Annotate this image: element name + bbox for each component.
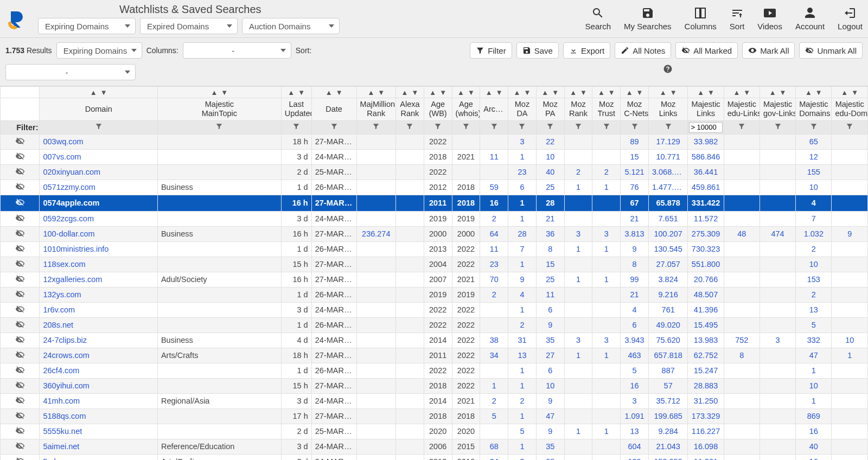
hide-row-icon[interactable]: [15, 365, 25, 375]
domain-link[interactable]: 360yihui.com: [43, 381, 89, 390]
table-row[interactable]: 118sex.com15 h27-MAR-232004202223115827.…: [1, 257, 868, 272]
hide-row-icon[interactable]: [15, 456, 25, 460]
filter-input-majlinks[interactable]: [689, 122, 722, 133]
table-row[interactable]: 132ys.com1 d26-MAR-23201920192411219.216…: [1, 287, 868, 302]
filter-majedudom-icon[interactable]: [846, 123, 853, 130]
table-row[interactable]: 0592zcgs.com3 d24-MAR-23201920192121217.…: [1, 211, 868, 226]
table-row[interactable]: 007vs.com3 d24-MAR-2320182021111101510.7…: [1, 149, 868, 164]
domain-link[interactable]: 007vs.com: [43, 152, 81, 161]
table-row[interactable]: 12xgalleries.comAdult/Society16 h27-MAR-…: [1, 272, 868, 287]
columns-select[interactable]: -: [183, 42, 291, 59]
sort-topic[interactable]: ▲▼: [210, 89, 228, 96]
sort-mozcnets[interactable]: ▲▼: [626, 89, 643, 96]
domain-link[interactable]: 5188qs.com: [43, 412, 86, 420]
table-row[interactable]: 1010ministries.info1 d26-MAR-23201320221…: [1, 241, 868, 257]
filter-mozrank-icon[interactable]: [575, 123, 582, 130]
sort-updated[interactable]: ▲▼: [288, 89, 305, 96]
domain-link[interactable]: 26cf4.com: [43, 366, 79, 375]
hide-row-icon[interactable]: [15, 167, 25, 176]
sort-domain[interactable]: ▲▼: [90, 89, 107, 96]
sort-alexa[interactable]: ▲▼: [401, 89, 419, 96]
sort-agewho[interactable]: ▲▼: [457, 89, 475, 96]
sort-majedudom[interactable]: ▲▼: [841, 89, 858, 96]
table-row[interactable]: 0571zzmy.comBusiness1 d26-MAR-2320122018…: [1, 180, 868, 195]
markall-button[interactable]: Mark All: [742, 42, 795, 59]
save-button[interactable]: Save: [516, 42, 559, 59]
table-row[interactable]: 0574apple.com16 h27-MAR-2320112018161286…: [1, 195, 868, 211]
hide-row-icon[interactable]: [15, 335, 25, 344]
filter-domain-icon[interactable]: [95, 123, 103, 130]
videos-button[interactable]: Videos: [757, 7, 782, 31]
table-row[interactable]: 020xinyuan.com2 d25-MAR-2320222340225.12…: [1, 164, 868, 180]
hide-row-icon[interactable]: [15, 304, 25, 314]
domain-link[interactable]: 003wq.com: [43, 137, 83, 146]
table-row[interactable]: 208s.net1 d26-MAR-232022202229649.02015.…: [1, 317, 868, 333]
help-icon[interactable]: [663, 64, 673, 80]
filter-updated-icon[interactable]: [292, 123, 300, 130]
filter-date-icon[interactable]: [330, 123, 338, 130]
filter-mmr-icon[interactable]: [372, 123, 380, 130]
table-row[interactable]: 1r6v.com3 d24-MAR-232022202216476141.396…: [1, 302, 868, 317]
sort-mozlinks[interactable]: ▲▼: [660, 89, 677, 96]
hide-row-icon[interactable]: [15, 411, 25, 420]
filter-archive-icon[interactable]: [490, 123, 498, 130]
search-button[interactable]: Search: [585, 7, 611, 31]
domain-link[interactable]: 118sex.com: [43, 260, 85, 269]
domain-link[interactable]: 24crows.com: [43, 351, 89, 360]
domain-link[interactable]: 24-7clips.biz: [43, 336, 87, 344]
sort-majgov[interactable]: ▲▼: [769, 89, 787, 96]
domain-link[interactable]: 41mh.com: [43, 397, 80, 405]
filter-topic-icon[interactable]: [215, 123, 223, 130]
domain-link[interactable]: 1010ministries.info: [43, 245, 108, 253]
table-row[interactable]: 24crows.comArts/Crafts18 h27-MAR-2320112…: [1, 348, 868, 363]
allmarked-button[interactable]: All Marked: [675, 42, 738, 59]
sort-archive[interactable]: ▲▼: [486, 89, 503, 96]
sort-moztrust[interactable]: ▲▼: [598, 89, 615, 96]
filter-agewb-icon[interactable]: [434, 123, 442, 130]
export-button[interactable]: Export: [563, 42, 610, 59]
hide-row-icon[interactable]: [15, 380, 25, 390]
hide-row-icon[interactable]: [15, 350, 25, 360]
filter-mozda-icon[interactable]: [518, 123, 526, 130]
hide-row-icon[interactable]: [15, 197, 25, 207]
logout-button[interactable]: Logout: [838, 7, 863, 31]
header-select-1[interactable]: Expired Domains: [140, 18, 238, 34]
domain-link[interactable]: 132ys.com: [43, 290, 81, 299]
table-row[interactable]: 41mh.comRegional/Asia3 d24-MAR-232014202…: [1, 393, 868, 408]
sort-mozrank[interactable]: ▲▼: [570, 89, 587, 96]
account-button[interactable]: Account: [795, 7, 825, 31]
domain-link[interactable]: 0574apple.com: [43, 199, 99, 207]
table-row[interactable]: 5555ku.net2 d25-MAR-23202020205911139.28…: [1, 424, 868, 439]
hide-row-icon[interactable]: [15, 320, 25, 329]
sort-majdom[interactable]: ▲▼: [805, 89, 822, 96]
hide-row-icon[interactable]: [15, 441, 25, 451]
allnotes-button[interactable]: All Notes: [615, 42, 671, 59]
filter-agewho-icon[interactable]: [462, 123, 470, 130]
filter-majgov-icon[interactable]: [774, 123, 782, 130]
header-select-0[interactable]: Expiring Domains: [38, 18, 136, 34]
hide-row-icon[interactable]: [15, 244, 25, 253]
domain-link[interactable]: 5555ku.net: [43, 427, 82, 436]
filter-mozpa-icon[interactable]: [546, 123, 554, 130]
hide-row-icon[interactable]: [15, 289, 25, 299]
sort-button[interactable]: Sort: [730, 7, 745, 31]
filter-moztrust-icon[interactable]: [603, 123, 610, 130]
domain-link[interactable]: 100-dollar.com: [43, 229, 94, 238]
table-row[interactable]: 5ydc.comArts/Crafts3 d24-MAR-23201320162…: [1, 454, 868, 460]
sort-select[interactable]: -: [5, 64, 136, 80]
table-row[interactable]: 003wq.com18 h27-MAR-2320223228917.12933.…: [1, 134, 868, 149]
domain-link[interactable]: 5aimei.net: [43, 442, 79, 451]
sort-majlinks[interactable]: ▲▼: [697, 89, 714, 96]
domain-link[interactable]: 12xgalleries.com: [43, 275, 102, 284]
hide-row-icon[interactable]: [15, 274, 25, 284]
table-row[interactable]: 5188qs.com17 h27-MAR-232018201851471.091…: [1, 408, 868, 424]
sort-mmr[interactable]: ▲▼: [367, 89, 385, 96]
hide-row-icon[interactable]: [15, 259, 25, 269]
mysearches-button[interactable]: My Searches: [624, 7, 672, 31]
hide-row-icon[interactable]: [15, 228, 25, 238]
domain-link[interactable]: 0571zzmy.com: [43, 183, 95, 191]
columns-button[interactable]: Columns: [685, 7, 717, 31]
domain-link[interactable]: 0592zcgs.com: [43, 214, 94, 223]
filter-button[interactable]: Filter: [470, 42, 512, 59]
domain-link[interactable]: 5ydc.com: [43, 457, 76, 460]
